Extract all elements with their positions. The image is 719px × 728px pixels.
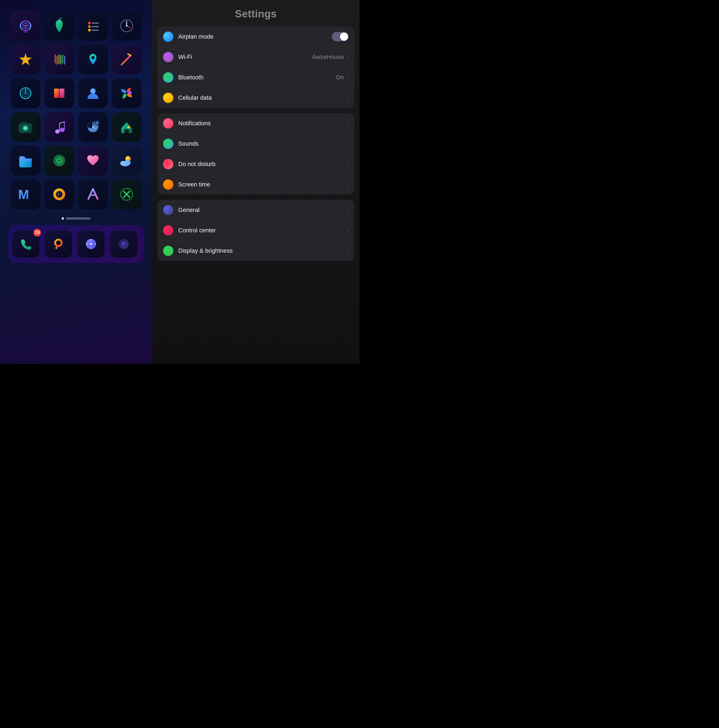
vinyl-app[interactable]: [44, 146, 74, 176]
dnd-label: Do not disturb: [178, 161, 347, 168]
svg-point-41: [55, 129, 60, 134]
notifications-label: Notifications: [178, 120, 347, 127]
airplan-mode-label: Airplan mode: [178, 33, 332, 40]
bluetooth-row[interactable]: Bluetooth On ›: [158, 67, 354, 88]
control-center-row[interactable]: Control center ›: [158, 220, 354, 241]
svg-point-83: [90, 243, 92, 245]
maps-app[interactable]: [78, 44, 108, 75]
messenger-dock-icon[interactable]: [45, 231, 72, 258]
screen-time-chevron: ›: [347, 181, 349, 188]
cellular-icon: [163, 93, 173, 103]
music-app[interactable]: [44, 112, 74, 142]
podcast-app[interactable]: [11, 11, 40, 41]
display-brightness-icon: [163, 246, 173, 256]
svg-point-7: [88, 29, 91, 32]
eye-dock-icon[interactable]: [110, 231, 137, 258]
bluetooth-icon: [163, 72, 173, 83]
airplan-mode-toggle[interactable]: [332, 32, 349, 41]
health-app[interactable]: [78, 146, 108, 176]
wifi-row[interactable]: Wi-Fi AwzeHouse ›: [158, 47, 354, 67]
pencil-app[interactable]: [112, 44, 142, 75]
home-app[interactable]: [112, 112, 142, 142]
books-app[interactable]: [44, 78, 74, 108]
svg-line-69: [93, 189, 98, 199]
svg-point-59: [58, 159, 60, 162]
display-brightness-chevron: ›: [347, 247, 349, 254]
cellular-chevron: ›: [347, 94, 349, 101]
toggle-thumb: [340, 33, 348, 41]
airplan-mode-row[interactable]: Airplan mode: [158, 27, 354, 47]
dnd-row[interactable]: Do not disturb ›: [158, 154, 354, 174]
svg-line-45: [60, 122, 64, 123]
page-dot-bar: [66, 217, 90, 220]
weather-app[interactable]: [112, 146, 142, 176]
star-app[interactable]: [11, 44, 40, 75]
svg-rect-32: [54, 89, 59, 98]
xapp-app[interactable]: [112, 179, 142, 209]
bedtime-app[interactable]: [78, 112, 108, 142]
reminders-app[interactable]: [78, 11, 108, 41]
svg-point-42: [60, 128, 64, 132]
clock-app[interactable]: [112, 11, 142, 41]
svg-point-6: [88, 25, 91, 28]
screen-time-label: Screen time: [178, 181, 347, 188]
phone-badge: 29: [33, 228, 41, 237]
bluetooth-label: Bluetooth: [178, 74, 336, 81]
settings-group-notifications: Notifications › Sounds › Do not disturb …: [158, 113, 354, 194]
svg-rect-53: [124, 129, 129, 133]
scope-dock-icon[interactable]: [78, 231, 105, 258]
svg-rect-33: [60, 89, 64, 98]
general-chevron: ›: [347, 206, 349, 214]
wifi-value: AwzeHouse: [312, 54, 344, 61]
control-center-icon: [163, 225, 173, 236]
svg-text:!: !: [58, 192, 59, 196]
svg-point-36: [125, 92, 128, 94]
screen-time-icon: [163, 179, 173, 190]
cellular-label: Cellular data: [178, 94, 347, 101]
bluetooth-chevron: ›: [347, 74, 349, 81]
rain-app[interactable]: [44, 44, 74, 75]
svg-line-26: [128, 54, 131, 55]
sounds-label: Sounds: [178, 140, 347, 147]
cellular-row[interactable]: Cellular data ›: [158, 88, 354, 108]
gmail-app[interactable]: M: [11, 179, 40, 209]
screen-time-row[interactable]: Screen time ›: [158, 174, 354, 194]
svg-point-2: [24, 25, 27, 27]
notifications-icon: [163, 118, 173, 128]
sounds-row[interactable]: Sounds ›: [158, 134, 354, 154]
appstore-app[interactable]: [78, 179, 108, 209]
phone-dock-icon[interactable]: 29: [12, 231, 40, 258]
sounds-chevron: ›: [347, 140, 349, 147]
display-brightness-row[interactable]: Display & brightness ›: [158, 241, 354, 261]
dock: 29: [8, 225, 144, 263]
notifications-row[interactable]: Notifications ›: [158, 113, 354, 134]
phone-panel: M !: [0, 0, 152, 364]
general-row[interactable]: General ›: [158, 200, 354, 220]
control-center-chevron: ›: [347, 227, 349, 234]
pinwheel-app[interactable]: [112, 78, 142, 108]
display-brightness-label: Display & brightness: [178, 247, 347, 254]
files-app[interactable]: [11, 146, 40, 176]
wifi-label: Wi-Fi: [178, 54, 312, 61]
contacts-app[interactable]: [78, 78, 108, 108]
settings-group-general: General › Control center › Display & bri…: [158, 200, 354, 261]
svg-point-66: [56, 191, 63, 197]
svg-line-68: [88, 189, 93, 199]
settings-group-connectivity: Airplan mode Wi-Fi AwzeHouse › Bluetooth…: [158, 27, 354, 108]
dnd-icon: [163, 159, 173, 169]
control-center-label: Control center: [178, 227, 347, 234]
camera-app[interactable]: [11, 112, 40, 142]
svg-point-5: [88, 22, 91, 24]
dnd-chevron: ›: [347, 161, 349, 168]
tracker-app[interactable]: [11, 78, 40, 108]
apple-app[interactable]: [44, 11, 74, 41]
svg-line-25: [121, 64, 122, 65]
airplan-mode-icon: [163, 32, 173, 42]
page-indicator: [62, 217, 90, 220]
bluetooth-value: On: [336, 74, 344, 81]
svg-point-54: [127, 126, 130, 128]
notifications-chevron: ›: [347, 120, 349, 127]
svg-rect-40: [22, 122, 26, 124]
beeper-app[interactable]: !: [44, 179, 74, 209]
svg-line-24: [122, 55, 131, 64]
